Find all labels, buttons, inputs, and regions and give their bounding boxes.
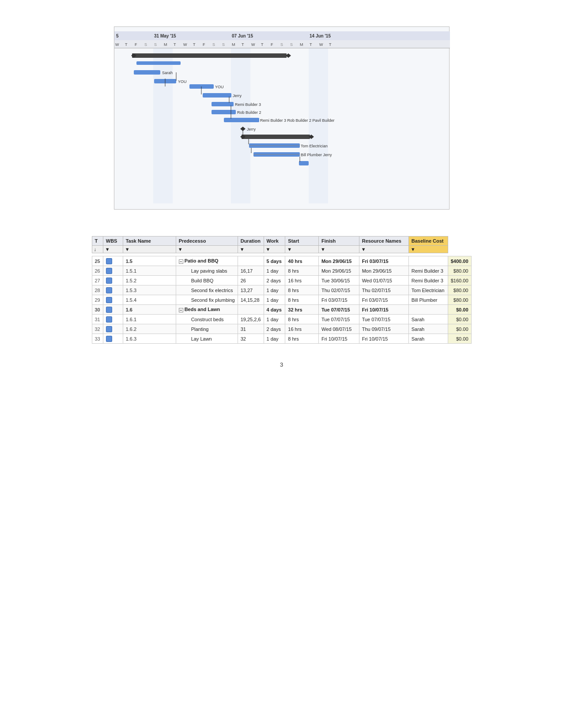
- task-icon-cell: [103, 256, 123, 266]
- table-row: 281.5.3Second fix electrics13,271 day8 h…: [92, 285, 471, 295]
- baseline-cost-cell: $80.00: [448, 266, 471, 276]
- filter-start[interactable]: ▼: [285, 246, 319, 253]
- filter-wbs[interactable]: ▼: [103, 246, 123, 253]
- gantt-chart: 5 31 May '15 07 Jun '15 14 Jun '15 W T F…: [114, 26, 450, 210]
- page-number: 3: [280, 361, 283, 368]
- page-container: 5 31 May '15 07 Jun '15 14 Jun '15 W T F…: [0, 0, 563, 728]
- svg-text:T: T: [193, 42, 196, 47]
- task-name-cell: −Beds and Lawn: [176, 305, 238, 315]
- task-icon-cell: [103, 276, 123, 285]
- work-cell: 8 hrs: [285, 315, 319, 324]
- baseline-cost-cell: $0.00: [448, 315, 471, 324]
- row-number: 33: [92, 334, 103, 344]
- predecessors-cell: [238, 256, 264, 266]
- filter-arrow-dur: ▼: [240, 247, 245, 252]
- group-collapse-icon: −: [179, 308, 183, 312]
- table-row: 321.6.2Planting312 days16 hrsWed 08/07/1…: [92, 324, 471, 334]
- task-icon: [106, 307, 112, 313]
- wbs-cell: 1.5.1: [123, 266, 176, 276]
- col-header-task-name: Task Name: [123, 236, 176, 246]
- finish-cell: Fri 03/07/15: [359, 295, 408, 305]
- predecessors-cell: 32: [238, 334, 264, 344]
- task-icon: [106, 316, 112, 323]
- spacer-row: [92, 253, 471, 256]
- resource-names-cell: Remi Builder 3: [408, 266, 448, 276]
- svg-text:T: T: [310, 42, 312, 47]
- task-name-cell: Lay Lawn: [176, 334, 238, 344]
- task-name-cell: −Patio and BBQ: [176, 256, 238, 266]
- filter-duration[interactable]: ▼: [238, 246, 264, 253]
- filter-resource-names[interactable]: ▼: [359, 246, 408, 253]
- project-table: T WBS Task Name Predecesso Duration Work…: [92, 236, 472, 344]
- svg-rect-51: [212, 110, 236, 114]
- task-icon-cell: [103, 266, 123, 276]
- start-cell: Fri 03/07/15: [318, 295, 359, 305]
- predecessors-cell: 16,17: [238, 266, 264, 276]
- svg-rect-58: [242, 135, 310, 139]
- task-icon-cell: [103, 334, 123, 344]
- duration-cell: 1 day: [264, 334, 285, 344]
- wbs-cell: 1.5.4: [123, 295, 176, 305]
- wbs-cell: 1.6: [123, 305, 176, 315]
- resource-names-cell: Bill Plumber: [408, 295, 448, 305]
- start-cell: Mon 29/06/15: [318, 256, 359, 266]
- row-number: 30: [92, 305, 103, 315]
- task-icon-cell: [103, 285, 123, 295]
- table-row: 311.6.1Construct beds19,25,2,61 day8 hrs…: [92, 315, 471, 324]
- duration-cell: 1 day: [264, 295, 285, 305]
- svg-text:Bill Plumber  Jerry: Bill Plumber Jerry: [301, 153, 332, 157]
- task-name-cell: Second fix electrics: [176, 285, 238, 295]
- filter-arrow-wbs: ▼: [105, 247, 110, 252]
- predecessors-cell: 26: [238, 276, 264, 285]
- predecessors-cell: [238, 305, 264, 315]
- wbs-cell: 1.6.2: [123, 324, 176, 334]
- finish-cell: Thu 09/07/15: [359, 324, 408, 334]
- svg-text:Sarah: Sarah: [162, 71, 173, 75]
- filter-arrow-t: ↓: [94, 247, 97, 252]
- work-cell: 8 hrs: [285, 295, 319, 305]
- task-name-cell: Construct beds: [176, 315, 238, 324]
- svg-rect-4: [309, 31, 318, 203]
- baseline-cost-cell: $160.00: [448, 276, 471, 285]
- svg-rect-39: [136, 61, 181, 65]
- svg-rect-49: [212, 102, 234, 106]
- task-icon-cell: [103, 305, 123, 315]
- work-cell: 32 hrs: [285, 305, 319, 315]
- duration-cell: 2 days: [264, 276, 285, 285]
- duration-cell: 1 day: [264, 285, 285, 295]
- row-number: 29: [92, 295, 103, 305]
- table-section: T WBS Task Name Predecesso Duration Work…: [92, 236, 472, 344]
- svg-text:T: T: [242, 42, 244, 47]
- col-header-t: T: [92, 236, 103, 246]
- task-name-cell: Planting: [176, 324, 238, 334]
- wbs-cell: 1.5: [123, 256, 176, 266]
- finish-cell: Fri 03/07/15: [359, 256, 408, 266]
- filter-work[interactable]: ▼: [264, 246, 285, 253]
- col-header-work: Work: [264, 236, 285, 246]
- start-cell: Tue 07/07/15: [318, 315, 359, 324]
- wbs-cell: 1.6.3: [123, 334, 176, 344]
- start-cell: Wed 08/07/15: [318, 324, 359, 334]
- filter-baseline-cost[interactable]: ▼: [408, 246, 448, 253]
- work-cell: 8 hrs: [285, 285, 319, 295]
- task-icon-cell: [103, 295, 123, 305]
- filter-t[interactable]: ↓: [92, 246, 103, 253]
- task-icon: [106, 336, 112, 342]
- filter-arrow-pred: ▼: [178, 247, 183, 252]
- task-icon: [106, 326, 112, 332]
- row-number: 28: [92, 285, 103, 295]
- filter-predecessors[interactable]: ▼: [176, 246, 238, 253]
- baseline-cost-cell: $80.00: [448, 295, 471, 305]
- filter-task-name[interactable]: ▼: [123, 246, 176, 253]
- finish-cell: Fri 10/07/15: [359, 305, 408, 315]
- svg-text:T: T: [329, 42, 332, 47]
- svg-text:S: S: [222, 42, 225, 47]
- group-collapse-icon: −: [179, 259, 183, 264]
- duration-cell: 4 days: [264, 305, 285, 315]
- svg-text:T: T: [125, 42, 128, 47]
- filter-finish[interactable]: ▼: [318, 246, 359, 253]
- task-icon-cell: [103, 324, 123, 334]
- table-row: 271.5.2Build BBQ262 days16 hrsTue 30/06/…: [92, 276, 471, 285]
- gantt-svg: 5 31 May '15 07 Jun '15 14 Jun '15 W T F…: [114, 31, 450, 203]
- filter-arrow-baseline: ▼: [411, 247, 416, 252]
